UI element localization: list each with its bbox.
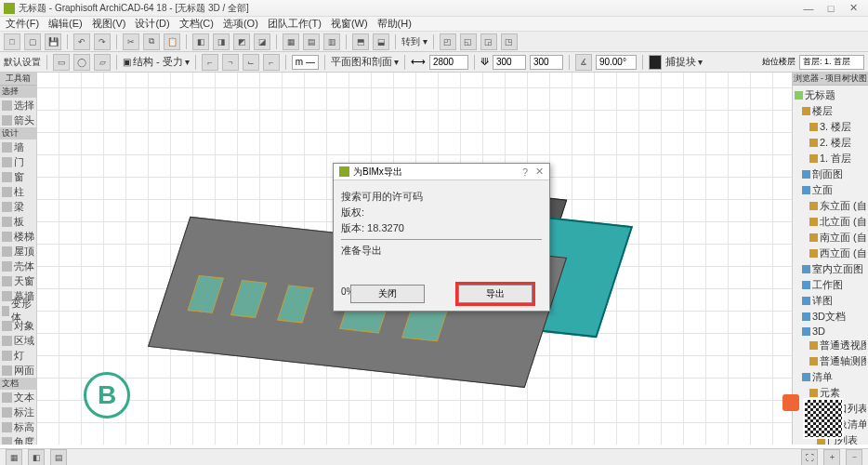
struct-drop[interactable]: ▣ 结构 - 受力 ▾ [123, 55, 190, 69]
tool-b[interactable]: ◨ [213, 33, 230, 50]
tree-node[interactable]: 南立面 (自动 [795, 230, 866, 246]
menu-options[interactable]: 选项(O) [223, 17, 258, 31]
tree-node[interactable]: 室内立面图 [795, 261, 866, 277]
tree-node[interactable]: 2. 楼层 [795, 135, 866, 151]
tool-区域[interactable]: 区域 [0, 333, 36, 348]
status-1[interactable]: ▦ [6, 449, 22, 466]
tree-node[interactable]: 楼层 [795, 103, 866, 119]
geom-1[interactable]: ▭ [53, 54, 70, 71]
share-icon[interactable] [783, 394, 799, 411]
tool-copy[interactable]: ⧉ [143, 33, 160, 50]
field2[interactable]: 300 [493, 55, 526, 70]
tool-d[interactable]: ◪ [254, 33, 270, 50]
tree-node[interactable]: 普通透视图 [795, 338, 866, 353]
color-swatch[interactable] [649, 55, 662, 70]
tool-drop1[interactable]: 转到 ▾ [401, 35, 427, 48]
tool-门[interactable]: 门 [0, 154, 36, 169]
tree-node[interactable]: 东立面 (自动 [795, 198, 866, 214]
tool-cut[interactable]: ✂ [123, 33, 139, 50]
tool-e[interactable]: ▦ [283, 33, 299, 50]
tree-node[interactable]: 剖面图 [795, 166, 866, 182]
tool-paste[interactable]: 📋 [164, 33, 180, 50]
tool-undo[interactable]: ↶ [73, 33, 90, 50]
menu-edit[interactable]: 编辑(E) [48, 17, 83, 31]
tool-i[interactable]: ⬓ [373, 33, 389, 50]
tree-node[interactable]: 清单 [795, 369, 866, 385]
status-2[interactable]: ◧ [28, 449, 45, 466]
tool-l[interactable]: ◲ [480, 33, 497, 50]
menu-view[interactable]: 视图(V) [92, 17, 126, 31]
menu-teamwork[interactable]: 团队工作(T) [268, 17, 322, 31]
tree-node[interactable]: 3D [795, 325, 866, 338]
tool-redo[interactable]: ↷ [94, 33, 111, 50]
zoom-out[interactable]: － [846, 449, 862, 466]
edge-4[interactable]: ⌐ [263, 54, 280, 71]
tool-板[interactable]: 板 [0, 214, 36, 229]
tool-网面[interactable]: 网面 [0, 363, 36, 378]
tree-node[interactable]: 3. 楼层 [795, 119, 866, 135]
maximize-button[interactable]: □ [820, 3, 842, 14]
geom-2[interactable]: ◯ [73, 54, 90, 71]
tool-壳体[interactable]: 壳体 [0, 259, 36, 273]
tool-选择[interactable]: 选择 [0, 98, 36, 113]
edge-3[interactable]: ⌙ [243, 54, 259, 71]
close-button[interactable]: ✕ [842, 2, 864, 14]
tree-node[interactable]: 详图 [795, 293, 866, 309]
project-tree[interactable]: 无标题楼层3. 楼层2. 楼层1. 首层剖面图立面东立面 (自动北立面 (自动南… [793, 86, 868, 445]
tool-m[interactable]: ◳ [501, 33, 518, 50]
close-button[interactable]: 关闭 [350, 285, 425, 303]
tool-墙[interactable]: 墙 [0, 140, 36, 154]
angle-field[interactable]: 90.00° [596, 55, 637, 70]
menu-help[interactable]: 帮助(H) [377, 17, 412, 31]
tool-标注[interactable]: 标注 [0, 405, 36, 419]
edge-2[interactable]: ¬ [222, 54, 239, 71]
minimize-button[interactable]: — [797, 3, 820, 14]
tool-柱[interactable]: 柱 [0, 184, 36, 199]
view-drop[interactable]: 平面图和剖面 ▾ [331, 55, 399, 69]
field1[interactable]: 2800 [429, 55, 468, 70]
tree-node[interactable]: 普通轴测图 [795, 353, 866, 369]
menu-window[interactable]: 视窗(W) [331, 17, 368, 31]
tool-open[interactable]: ▢ [24, 33, 41, 50]
tree-node[interactable]: 北立面 (自动 [795, 214, 866, 230]
zoom-fit[interactable]: ⛶ [801, 449, 818, 466]
tool-标高[interactable]: 标高 [0, 419, 36, 434]
floor-field[interactable]: 首层: 1. 首层 [799, 55, 864, 70]
tree-node[interactable]: 立面 [795, 182, 866, 198]
tool-箭头[interactable]: 箭头 [0, 113, 36, 127]
tree-node[interactable]: 工作图 [795, 277, 866, 293]
tool-文本[interactable]: 文本 [0, 390, 36, 405]
tool-c[interactable]: ◩ [233, 33, 250, 50]
tool-对象[interactable]: 对象 [0, 318, 36, 333]
edge-1[interactable]: ⌐ [202, 54, 218, 71]
menu-design[interactable]: 设计(D) [135, 17, 169, 31]
dialog-close-icon[interactable]: ✕ [535, 166, 544, 178]
tool-a[interactable]: ◧ [192, 33, 209, 50]
tool-天窗[interactable]: 天窗 [0, 273, 36, 288]
tool-k[interactable]: ◱ [460, 33, 477, 50]
tool-角度[interactable]: 角度 [0, 434, 36, 445]
tree-node[interactable]: 西立面 (自动 [795, 246, 866, 261]
menu-doc[interactable]: 文档(C) [179, 17, 214, 31]
snap-drop[interactable]: 捕捉块 ▾ [665, 55, 703, 69]
zoom-in[interactable]: ＋ [823, 449, 840, 466]
tool-窗[interactable]: 窗 [0, 169, 36, 184]
tool-new[interactable]: □ [4, 33, 20, 50]
tool-灯[interactable]: 灯 [0, 348, 36, 363]
menu-file[interactable]: 文件(F) [6, 17, 39, 31]
field3[interactable]: 300 [530, 55, 563, 70]
tool-梁[interactable]: 梁 [0, 199, 36, 214]
tool-楼梯[interactable]: 楼梯 [0, 229, 36, 244]
geom-3[interactable]: ▱ [94, 54, 111, 71]
tool-save[interactable]: 💾 [45, 33, 61, 50]
status-3[interactable]: ▤ [50, 449, 67, 466]
tool-f[interactable]: ▤ [303, 33, 320, 50]
export-button[interactable]: 导出 [458, 285, 533, 303]
tree-node[interactable]: 1. 首层 [795, 151, 866, 166]
tree-node[interactable]: 无标题 [795, 87, 866, 103]
tool-h[interactable]: ⬒ [352, 33, 369, 50]
dialog-help-icon[interactable]: ? [522, 166, 528, 178]
ang-icon[interactable]: ∡ [575, 54, 592, 71]
tree-node[interactable]: 3D文档 [795, 309, 866, 325]
tool-屋顶[interactable]: 屋顶 [0, 244, 36, 259]
